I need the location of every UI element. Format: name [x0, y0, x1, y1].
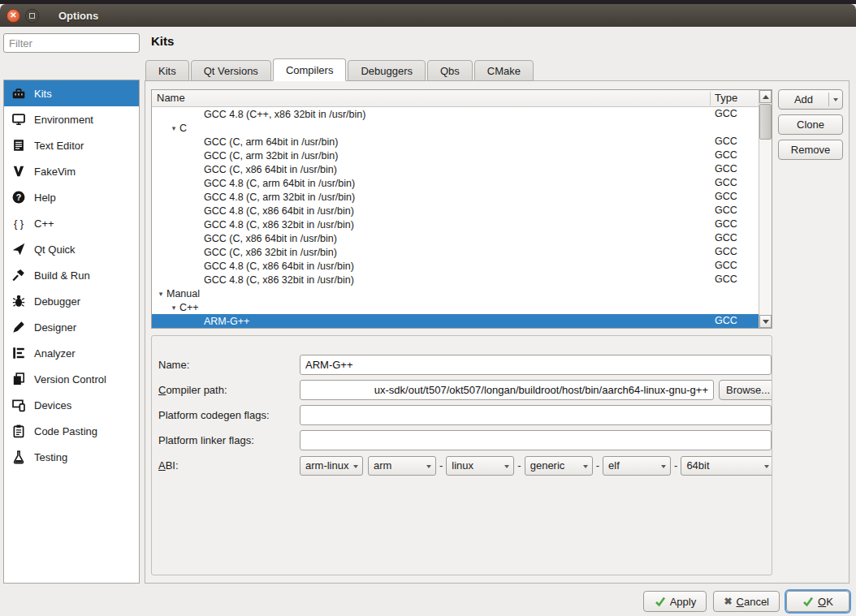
abi-combo-4[interactable]: elf [603, 456, 671, 476]
table-row[interactable]: GCC 4.8 (C++, x86 32bit in /usr/bin)GCC [152, 107, 759, 121]
compiler-type: GCC [715, 204, 737, 218]
window-restore-button[interactable] [25, 9, 39, 23]
restore-icon [29, 13, 35, 19]
sidebar-item-label: Designer [34, 321, 76, 334]
table-row[interactable]: GCC (C, x86 32bit in /usr/bin)GCC [152, 245, 759, 259]
linker-flags-field[interactable] [300, 430, 772, 450]
scroll-down-icon [763, 320, 769, 324]
abi-combo-2[interactable]: linux [446, 456, 514, 476]
add-button[interactable]: Add [778, 89, 843, 110]
sidebar-item-fakevim[interactable]: FakeVim [4, 158, 139, 184]
compiler-type: GCC [715, 314, 737, 328]
compiler-type: GCC [715, 245, 737, 259]
chevron-down-icon [833, 98, 838, 101]
flask-icon [11, 450, 26, 464]
paper-plane-icon [11, 242, 26, 256]
compiler-type: GCC [715, 162, 737, 176]
sidebar-item-debugger[interactable]: Debugger [4, 288, 139, 314]
compiler-name: GCC (C, x86 64bit in /usr/bin) [204, 164, 337, 175]
cancel-button[interactable]: ✖ Cancel [713, 591, 780, 612]
scrollbar-thumb[interactable] [759, 104, 772, 140]
abi-combo-value: elf [608, 459, 620, 472]
tab-qbs[interactable]: Qbs [427, 60, 473, 81]
browse-button[interactable]: Browse... [719, 380, 772, 400]
table-row[interactable]: GCC 4.8 (C, x86 64bit in /usr/bin)GCC [152, 259, 759, 273]
tab-qt-versions[interactable]: Qt Versions [191, 60, 271, 81]
table-row[interactable]: GCC 4.8 (C, x86 64bit in /usr/bin)GCC [152, 204, 759, 218]
tree-group-row[interactable]: ▾C++ [152, 300, 759, 314]
sidebar-item-label: C++ [34, 218, 54, 230]
compiler-name: GCC 4.8 (C, arm 64bit in /usr/bin) [204, 178, 355, 189]
table-row[interactable]: GCC 4.8 (C, x86 32bit in /usr/bin)GCC [152, 273, 759, 286]
abi-combo-0[interactable]: arm-linux [300, 456, 363, 476]
compiler-type: GCC [715, 231, 737, 245]
sidebar-item-label: Analyzer [34, 347, 76, 360]
sidebar-item-designer[interactable]: Designer [4, 314, 139, 340]
sidebar-item-version-control[interactable]: Version Control [4, 366, 139, 392]
pages-icon [11, 372, 26, 386]
tree-group-row[interactable]: ▾Manual [152, 286, 759, 300]
expander-arrow-icon[interactable]: ▾ [168, 304, 179, 312]
sidebar-item-text-editor[interactable]: Text Editor [4, 132, 139, 158]
abi-combo-value: 64bit [686, 459, 709, 472]
tab-cmake[interactable]: CMake [474, 60, 534, 81]
table-row[interactable]: GCC (C, x86 64bit in /usr/bin)GCC [152, 231, 759, 245]
sidebar-item-label: Environment [34, 114, 93, 126]
compiler-name: GCC 4.8 (C, x86 32bit in /usr/bin) [204, 219, 354, 230]
column-header-type[interactable]: Type [715, 90, 737, 106]
sidebar-item-build-run[interactable]: Build & Run [4, 262, 139, 288]
devices-icon [11, 398, 26, 412]
abi-combo-3[interactable]: generic [525, 456, 593, 476]
table-row[interactable]: GCC (C, arm 32bit in /usr/bin)GCC [152, 149, 759, 162]
vertical-scrollbar[interactable] [759, 90, 772, 328]
sidebar-item-kits[interactable]: Kits [4, 80, 139, 106]
filter-input[interactable] [3, 33, 140, 53]
sidebar-item-qt-quick[interactable]: Qt Quick [4, 236, 139, 262]
expander-arrow-icon[interactable]: ▾ [155, 290, 166, 298]
compiler-name: GCC 4.8 (C, x86 64bit in /usr/bin) [204, 205, 354, 217]
remove-button[interactable]: Remove [778, 140, 843, 160]
compiler-name: GCC (C, arm 32bit in /usr/bin) [204, 150, 338, 162]
scroll-up-button[interactable] [759, 90, 772, 103]
sidebar-item-label: Testing [34, 451, 67, 463]
abi-combo-1[interactable]: arm [368, 456, 436, 476]
table-row[interactable]: GCC 4.8 (C, x86 32bit in /usr/bin)GCC [152, 218, 759, 231]
sidebar-item-testing[interactable]: Testing [4, 444, 139, 470]
table-row[interactable]: ARM-G++GCC [152, 314, 759, 328]
check-icon [802, 596, 814, 607]
sidebar-item-code-pasting[interactable]: Code Pasting [4, 418, 139, 444]
compiler-type: GCC [715, 273, 737, 286]
compiler-path-field[interactable]: ux-sdk/out/t507/okt507/longan/buildroot/… [300, 380, 714, 400]
column-header-name[interactable]: Name [157, 90, 185, 106]
tab-compilers[interactable]: Compilers [273, 58, 347, 81]
clone-button[interactable]: Clone [778, 114, 843, 135]
apply-button[interactable]: Apply [643, 591, 707, 612]
table-row[interactable]: GCC 4.8 (C, arm 64bit in /usr/bin)GCC [152, 176, 759, 190]
table-row[interactable]: GCC (C, arm 64bit in /usr/bin)GCC [152, 135, 759, 149]
ok-button[interactable]: OK [786, 591, 850, 612]
sidebar-item-label: Code Pasting [34, 425, 97, 437]
table-row[interactable]: GCC (C, x86 64bit in /usr/bin)GCC [152, 162, 759, 176]
compiler-details-form: Name: Compiler path: ux-sdk/out/t507/okt… [151, 335, 772, 575]
tree-group-row[interactable]: ▾C [152, 121, 759, 135]
check-icon [655, 596, 666, 607]
sidebar-item-environment[interactable]: Environment [4, 106, 139, 132]
name-field[interactable] [300, 355, 772, 375]
sidebar-item-label: Help [34, 192, 56, 204]
abi-combo-5[interactable]: 64bit [681, 456, 772, 476]
table-row[interactable]: GCC 4.8 (C, arm 32bit in /usr/bin)GCC [152, 190, 759, 204]
codegen-flags-field[interactable] [300, 405, 772, 425]
sidebar-item-analyzer[interactable]: Analyzer [4, 340, 139, 366]
cross-icon: ✖ [724, 596, 732, 607]
scroll-down-button[interactable] [759, 315, 772, 328]
expander-arrow-icon[interactable]: ▾ [168, 124, 179, 132]
table-header: Name Type [152, 90, 759, 107]
abi-combo-value: arm-linux [305, 459, 348, 472]
sidebar-item-c-[interactable]: { }C++ [4, 210, 139, 236]
compiler-name: C++ [179, 302, 199, 313]
tab-debuggers[interactable]: Debuggers [348, 60, 426, 81]
sidebar-item-devices[interactable]: Devices [4, 392, 139, 418]
tab-kits[interactable]: Kits [145, 60, 189, 81]
sidebar-item-help[interactable]: ?Help [4, 184, 139, 210]
window-close-button[interactable]: ✕ [6, 9, 20, 23]
